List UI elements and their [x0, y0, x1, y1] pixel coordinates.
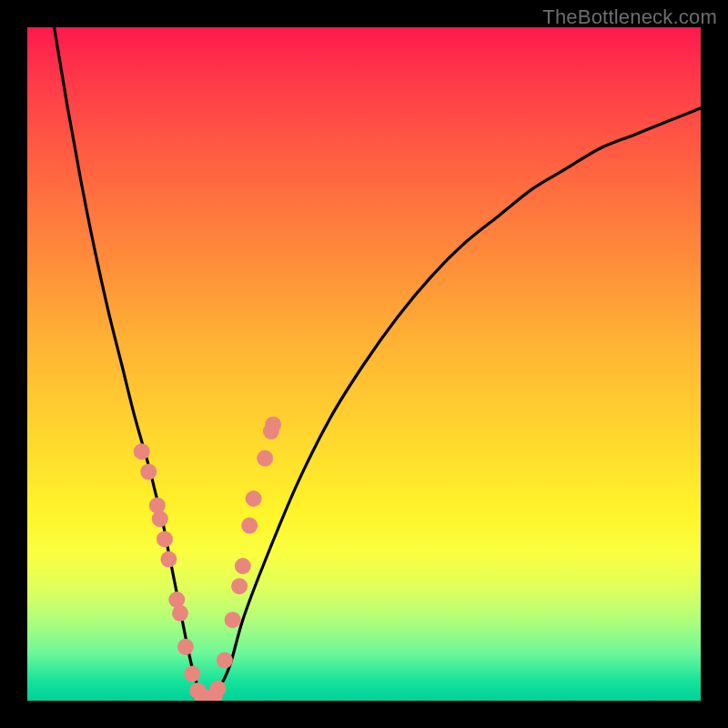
data-point: [225, 612, 241, 628]
data-point: [134, 443, 150, 460]
data-point: [257, 450, 273, 467]
data-point: [160, 551, 177, 568]
watermark-text: TheBottleneck.com: [542, 5, 717, 29]
data-point: [157, 531, 173, 547]
data-point: [149, 497, 166, 513]
data-point: [172, 605, 188, 622]
data-point: [217, 652, 233, 669]
data-point: [152, 511, 168, 527]
data-point: [177, 639, 194, 655]
data-point: [235, 558, 251, 574]
data-point: [140, 463, 157, 480]
data-point: [184, 665, 200, 682]
data-point: [231, 578, 248, 594]
data-point: [265, 417, 281, 433]
chart-svg: [27, 27, 701, 701]
outer-frame: TheBottleneck.com: [0, 0, 728, 728]
bottleneck-curve: [55, 27, 701, 701]
data-point: [246, 490, 262, 507]
data-point: [241, 518, 258, 534]
right-branch-dots: [207, 417, 281, 701]
